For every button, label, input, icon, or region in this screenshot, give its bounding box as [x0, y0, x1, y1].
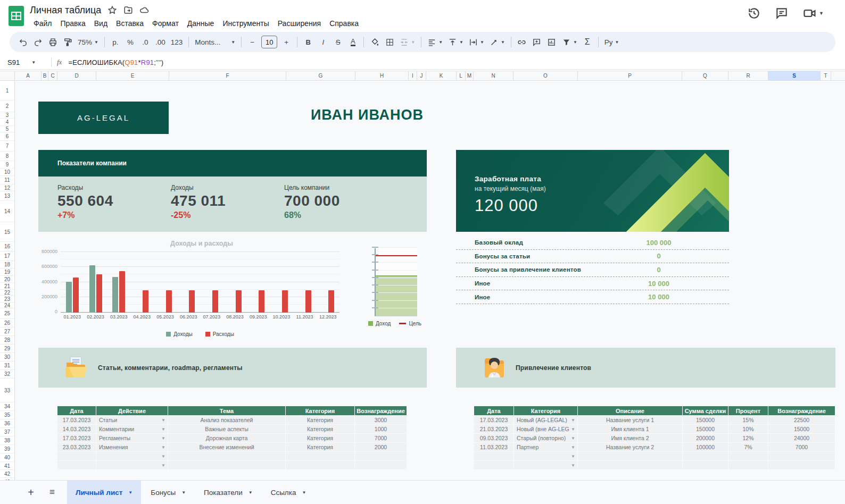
row-header-17[interactable]: 17 — [0, 251, 14, 261]
column-header-R[interactable]: R — [728, 71, 768, 80]
salary-item-value[interactable]: 100 000 — [616, 239, 701, 247]
version-history-icon[interactable] — [747, 6, 761, 20]
table-cell[interactable]: Новый (AG-LEGAL)▼ — [514, 416, 578, 424]
strikethrough-button[interactable]: S — [331, 35, 345, 49]
cell-dropdown-arrow[interactable]: ▼ — [571, 463, 575, 468]
print-button[interactable] — [46, 35, 60, 49]
table-cell[interactable]: Статьи▼ — [96, 416, 168, 424]
zoom-select[interactable]: 75%▼ — [76, 35, 101, 49]
menu-item-7[interactable]: Инструменты — [219, 18, 272, 29]
table-cell[interactable]: ▼ — [514, 461, 578, 469]
cloud-status-icon[interactable] — [139, 5, 149, 15]
table-cell[interactable]: Старый (повторно)▼ — [514, 434, 578, 442]
column-header-M[interactable]: M — [466, 71, 474, 80]
format-currency-button[interactable]: р. — [109, 35, 122, 49]
table-cell[interactable]: ▼ — [514, 452, 578, 460]
row-header-35[interactable]: 35 — [0, 411, 14, 419]
row-header-21[interactable]: 21 — [0, 283, 14, 290]
salary-item-value[interactable]: 0 — [616, 252, 701, 260]
formula-input[interactable]: =ЕСЛИОШИБКА(Q91*R91;"") — [68, 58, 163, 66]
text-rotation-button[interactable]: ▼ — [487, 35, 507, 49]
row-header-36[interactable]: 36 — [0, 419, 14, 428]
salary-item-value[interactable]: 10 000 — [616, 293, 701, 301]
bold-button[interactable]: B — [301, 35, 315, 49]
font-select[interactable]: Monts...▼ — [193, 35, 237, 49]
format-percent-button[interactable]: % — [123, 35, 137, 49]
row-header-34[interactable]: 34 — [0, 402, 14, 411]
row-header-4[interactable]: 4 — [0, 119, 14, 126]
increase-decimal-button[interactable]: .00 — [153, 35, 168, 49]
video-call-dropdown-arrow[interactable]: ▼ — [819, 11, 824, 16]
vertical-align-button[interactable]: ▼ — [446, 35, 466, 49]
text-color-button[interactable]: A — [346, 35, 360, 49]
functions-button[interactable]: Σ — [581, 35, 594, 49]
sheet-tab-menu-arrow[interactable]: ▼ — [181, 490, 186, 495]
input-tools-button[interactable]: Ру▼ — [602, 35, 622, 49]
menu-item-2[interactable]: Правка — [56, 18, 89, 29]
fill-color-button[interactable] — [368, 35, 382, 49]
sheet-tab-4[interactable]: Ссылка▼ — [262, 481, 315, 504]
row-header-32[interactable]: 32 — [0, 370, 14, 379]
decrease-decimal-button[interactable]: .0 — [138, 35, 152, 49]
table-cell[interactable]: Изменения▼ — [96, 443, 168, 451]
cell-dropdown-arrow[interactable]: ▼ — [161, 436, 165, 441]
table-cell[interactable]: Комментарии▼ — [96, 425, 168, 433]
more-formats-button[interactable]: 123 — [169, 35, 185, 49]
horizontal-align-button[interactable]: ▼ — [425, 35, 445, 49]
sheet-tab-menu-arrow[interactable]: ▼ — [128, 490, 132, 495]
paint-format-button[interactable] — [61, 35, 74, 49]
font-size-input[interactable]: 10 — [261, 36, 277, 48]
row-header-11[interactable]: 11 — [0, 176, 14, 184]
decrease-font-size-button[interactable]: − — [245, 35, 259, 49]
row-header-5[interactable]: 5 — [0, 126, 14, 132]
column-header-B[interactable]: B — [42, 71, 48, 80]
row-header-38[interactable]: 38 — [0, 436, 14, 445]
cell-dropdown-arrow[interactable]: ▼ — [571, 436, 575, 441]
italic-button[interactable]: I — [316, 35, 330, 49]
sheet-tab-1[interactable]: Личный лист▼ — [67, 481, 141, 504]
column-header-E[interactable]: E — [96, 71, 169, 80]
row-header-31[interactable]: 31 — [0, 362, 14, 370]
name-box-dropdown-arrow[interactable]: ▼ — [31, 60, 36, 65]
row-header-20[interactable]: 20 — [0, 276, 14, 283]
row-header-33[interactable]: 33 — [0, 379, 14, 402]
row-header-3[interactable]: 3 — [0, 112, 14, 119]
menu-item-8[interactable]: Расширения — [274, 18, 325, 29]
comments-icon[interactable] — [775, 6, 789, 20]
row-header-27[interactable]: 27 — [0, 327, 14, 336]
column-header-I[interactable]: I — [409, 71, 417, 80]
column-header-P[interactable]: P — [578, 71, 682, 80]
row-header-7[interactable]: 7 — [0, 141, 14, 152]
row-header-37[interactable]: 37 — [0, 428, 14, 436]
cell-dropdown-arrow[interactable]: ▼ — [161, 427, 165, 432]
column-header-K[interactable]: K — [426, 71, 457, 80]
cell-dropdown-arrow[interactable]: ▼ — [571, 454, 575, 459]
all-sheets-button[interactable]: ≡ — [46, 481, 59, 504]
column-header-C[interactable]: C — [48, 71, 57, 80]
row-header-6[interactable]: 6 — [0, 132, 14, 141]
cell-dropdown-arrow[interactable]: ▼ — [161, 454, 165, 459]
sheet-tab-2[interactable]: Бонусы▼ — [142, 481, 194, 504]
column-header-H[interactable]: H — [355, 71, 409, 80]
redo-button[interactable] — [31, 35, 45, 49]
row-header-9[interactable]: 9 — [0, 161, 14, 169]
row-header-25[interactable]: 25 — [0, 308, 14, 319]
cell-dropdown-arrow[interactable]: ▼ — [161, 418, 165, 423]
insert-comment-button[interactable] — [530, 35, 544, 49]
column-header-G[interactable]: G — [286, 71, 355, 80]
sheet-tab-3[interactable]: Показатели▼ — [195, 481, 261, 504]
row-header-40[interactable]: 40 — [0, 453, 14, 462]
increase-font-size-button[interactable]: + — [279, 35, 293, 49]
menu-item-4[interactable]: Вставка — [112, 18, 147, 29]
row-header-42[interactable]: 42 — [0, 470, 14, 478]
column-header-L[interactable]: L — [457, 71, 466, 80]
salary-item-value[interactable]: 0 — [616, 266, 701, 274]
row-header-26[interactable]: 26 — [0, 319, 14, 327]
menu-item-1[interactable]: Файл — [30, 18, 55, 29]
insert-chart-button[interactable] — [545, 35, 559, 49]
column-header-S[interactable]: S — [768, 71, 821, 80]
video-call-icon[interactable]: ▼ — [802, 6, 824, 20]
borders-button[interactable] — [383, 35, 396, 49]
row-header-15[interactable]: 15 — [0, 222, 14, 242]
row-header-13[interactable]: 13 — [0, 191, 14, 201]
